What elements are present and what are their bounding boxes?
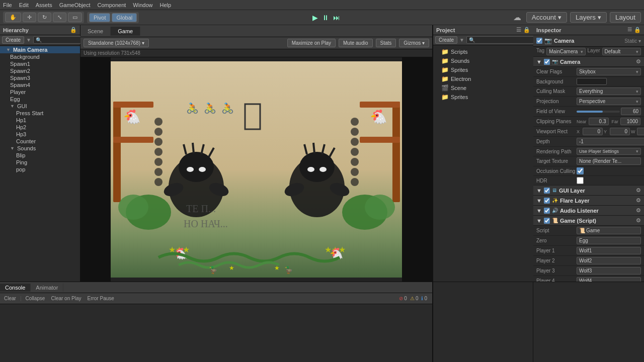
hand-tool[interactable]: ✋ xyxy=(5,13,21,22)
menu-help[interactable]: Help xyxy=(159,2,171,8)
tab-animator[interactable]: Animator xyxy=(31,284,63,292)
hierarchy-item-player[interactable]: Player xyxy=(0,88,80,96)
camera-comp-checkbox[interactable] xyxy=(544,59,550,65)
console-clear-on-play-btn[interactable]: Clear on Play xyxy=(49,295,83,302)
inspector-lock[interactable]: 🔒 xyxy=(634,27,641,33)
zero-ref[interactable]: Egg xyxy=(577,237,641,244)
player1-ref[interactable]: Wolf1 xyxy=(577,247,641,254)
console-error-pause-btn[interactable]: Error Pause xyxy=(85,295,116,302)
tab-scene[interactable]: Scene xyxy=(80,27,111,36)
background-color-swatch[interactable] xyxy=(577,78,607,85)
menu-component[interactable]: Component xyxy=(97,2,126,8)
hierarchy-item-press-start[interactable]: Press Start xyxy=(0,110,80,117)
menu-edit[interactable]: Edit xyxy=(19,2,29,8)
hierarchy-lock[interactable]: 🔒 xyxy=(70,27,77,33)
tab-console[interactable]: Console xyxy=(0,284,31,292)
gui-layer-header[interactable]: ▼ 🖥 GUI Layer ⚙ xyxy=(533,186,644,196)
step-button[interactable]: ⏭ xyxy=(333,14,340,22)
culling-mask-dropdown[interactable]: Everything ▾ xyxy=(577,87,641,95)
hierarchy-item-hp3[interactable]: Hp3 xyxy=(0,131,80,138)
layers-button[interactable]: Layers ▾ xyxy=(570,12,607,23)
global-button[interactable]: Global xyxy=(112,13,137,22)
project-item-sprites[interactable]: 📁 Sprites xyxy=(433,65,533,74)
occlusion-culling-checkbox[interactable] xyxy=(577,167,584,174)
pivot-button[interactable]: Pivot xyxy=(89,13,110,22)
fov-number[interactable]: 60 xyxy=(621,108,641,115)
game-script-header[interactable]: ▼ 📜 Game (Script) ⚙ xyxy=(533,216,644,226)
layer-dropdown[interactable]: Default ▾ xyxy=(602,48,641,55)
mute-audio-btn[interactable]: Mute audio xyxy=(339,39,372,47)
projection-dropdown[interactable]: Perspective ▾ xyxy=(577,98,641,105)
depth-input[interactable] xyxy=(577,138,644,145)
project-item-scene[interactable]: 🎬 Scene xyxy=(433,83,533,93)
menu-file[interactable]: File xyxy=(3,2,12,8)
camera-enabled-checkbox[interactable] xyxy=(536,38,542,44)
clipping-near-input[interactable] xyxy=(589,118,609,125)
pause-button[interactable]: ⏸ xyxy=(322,14,329,22)
viewport-y-input[interactable] xyxy=(610,128,630,135)
player2-ref[interactable]: Wolf2 xyxy=(577,257,641,264)
hierarchy-item-spawn2[interactable]: Spawn2 xyxy=(0,67,80,74)
tab-game[interactable]: Game xyxy=(111,27,140,36)
menu-window[interactable]: Window xyxy=(133,2,152,8)
flare-layer-gear[interactable]: ⚙ xyxy=(636,197,641,204)
gui-layer-checkbox[interactable] xyxy=(544,188,550,194)
viewport-w-input[interactable] xyxy=(637,128,644,135)
project-item-electron[interactable]: 📁 Electron xyxy=(433,74,533,83)
hierarchy-item-sounds[interactable]: ▼Sounds xyxy=(0,145,80,152)
maximize-on-play-btn[interactable]: Maximize on Play xyxy=(287,39,336,47)
audio-listener-header[interactable]: ▼ 🔊 Audio Listener ⚙ xyxy=(533,206,644,216)
menu-gameobject[interactable]: GameObject xyxy=(59,2,91,8)
hierarchy-create-btn[interactable]: Create xyxy=(2,36,24,44)
rect-tool[interactable]: ▭ xyxy=(68,13,82,22)
project-create-btn[interactable]: Create xyxy=(435,36,457,44)
tag-dropdown[interactable]: MainCamera ▾ xyxy=(546,48,585,55)
clear-flags-dropdown[interactable]: Skybox ▾ xyxy=(577,68,641,75)
move-tool[interactable]: ✛ xyxy=(23,13,36,22)
hierarchy-item-ping[interactable]: Ping xyxy=(0,159,80,166)
clipping-far-input[interactable] xyxy=(620,118,640,125)
hierarchy-item-spawn4[interactable]: Spawn4 xyxy=(0,81,80,88)
inspector-menu[interactable]: ☰ xyxy=(627,27,632,33)
player3-ref[interactable]: Wolf3 xyxy=(577,267,641,275)
rotate-tool[interactable]: ↻ xyxy=(38,13,51,22)
camera-component-header[interactable]: ▼ 📷 Camera ⚙ xyxy=(533,57,644,67)
project-search[interactable] xyxy=(466,36,535,44)
scale-tool[interactable]: ⤡ xyxy=(53,13,66,22)
hierarchy-item-blip[interactable]: Blip xyxy=(0,152,80,159)
console-clear-btn[interactable]: Clear xyxy=(2,295,18,302)
project-lock[interactable]: 🔒 xyxy=(523,27,530,33)
camera-gear-icon[interactable]: ⚙ xyxy=(636,58,641,65)
hierarchy-item-spawn1[interactable]: Spawn1 xyxy=(0,60,80,67)
hdr-checkbox[interactable] xyxy=(577,177,584,184)
hierarchy-item-egg[interactable]: Egg xyxy=(0,96,80,103)
game-script-checkbox[interactable] xyxy=(544,218,550,224)
hierarchy-item-main-camera[interactable]: ▼Main Camera xyxy=(0,46,80,53)
rendering-path-dropdown[interactable]: Use Player Settings ▾ xyxy=(577,148,641,155)
project-item-sounds[interactable]: 📁 Sounds xyxy=(433,56,533,65)
script-ref[interactable]: 📜 Game xyxy=(577,227,641,234)
gui-layer-gear[interactable]: ⚙ xyxy=(636,187,641,194)
hierarchy-item-counter[interactable]: Counter xyxy=(0,138,80,145)
project-item-sprites2[interactable]: 📁 Sprites xyxy=(433,93,533,102)
flare-layer-checkbox[interactable] xyxy=(544,198,550,204)
hierarchy-item-background[interactable]: Background xyxy=(0,53,80,60)
cloud-icon[interactable]: ☁ xyxy=(513,13,521,22)
standalone-dropdown[interactable]: Standalone (1024x768) ▾ xyxy=(84,39,149,47)
viewport-x-input[interactable] xyxy=(583,128,603,135)
player4-ref[interactable]: Wolf4 xyxy=(577,277,641,282)
project-item-scripts[interactable]: 📁 Scripts xyxy=(433,47,533,56)
menu-assets[interactable]: Assets xyxy=(36,2,52,8)
account-button[interactable]: Account ▾ xyxy=(526,12,567,23)
game-script-gear[interactable]: ⚙ xyxy=(636,217,641,224)
play-button[interactable]: ▶ xyxy=(312,14,318,22)
hierarchy-item-spawn3[interactable]: Spawn3 xyxy=(0,74,80,81)
hierarchy-item-gui[interactable]: ▼GUI xyxy=(0,103,80,110)
hierarchy-item-hp1[interactable]: Hp1 xyxy=(0,117,80,124)
hierarchy-item-hp2[interactable]: Hp2 xyxy=(0,124,80,131)
audio-listener-gear[interactable]: ⚙ xyxy=(636,207,641,214)
project-menu[interactable]: ☰ xyxy=(516,27,521,33)
hierarchy-item-pop[interactable]: pop xyxy=(0,166,80,173)
layout-button[interactable]: Layout xyxy=(610,12,641,23)
flare-layer-header[interactable]: ▼ ✨ Flare Layer ⚙ xyxy=(533,196,644,206)
